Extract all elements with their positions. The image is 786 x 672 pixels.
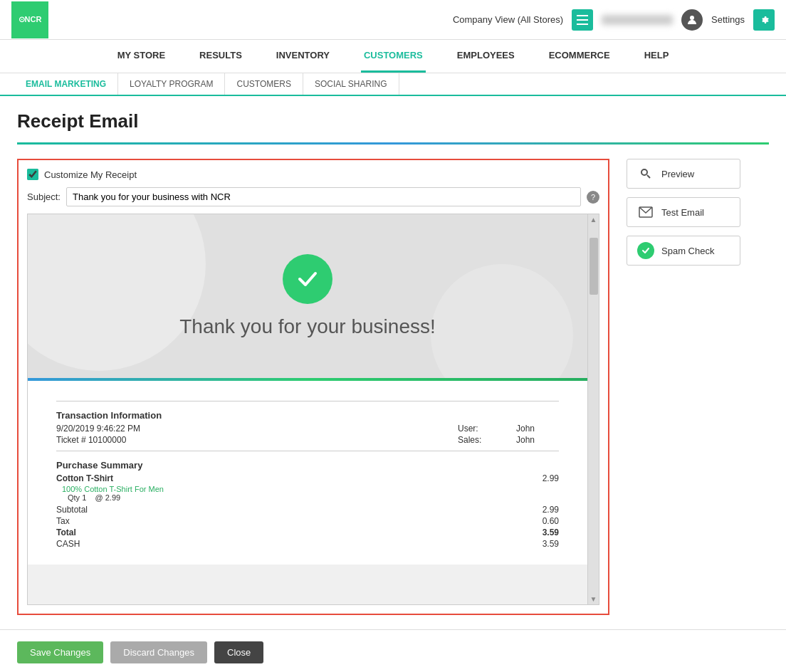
tax-value: 0.60	[543, 516, 559, 526]
total-label: Total	[56, 527, 76, 537]
ticket-row: Ticket # 10100000 Sales: John	[56, 435, 559, 445]
svg-rect-2	[577, 23, 588, 25]
check-icon	[637, 242, 654, 259]
transaction-date-row: 9/20/2019 9:46:22 PM User: John	[56, 424, 559, 434]
main-nav: MY STORE RESULTS INVENTORY CUSTOMERS EMP…	[0, 40, 786, 73]
email-preview-wrapper: Thank you for your business! Transaction…	[27, 214, 599, 605]
page-divider	[17, 142, 769, 145]
svg-rect-0	[577, 15, 588, 16]
transaction-title: Transaction Information	[56, 410, 559, 421]
svg-point-3	[690, 16, 694, 20]
svg-point-4	[641, 169, 647, 175]
left-panel: Customize My Receipt Subject: ?	[17, 159, 609, 615]
user-value: John	[516, 424, 559, 434]
discard-changes-button[interactable]: Discard Changes	[110, 641, 207, 663]
top-right: Company View (All Stores) Settings	[453, 9, 775, 31]
email-header-section: Thank you for your business!	[28, 214, 587, 378]
user-avatar	[681, 9, 703, 31]
spam-check-label: Spam Check	[661, 246, 714, 256]
company-view-label: Company View (All Stores)	[453, 14, 563, 25]
user-name-blurred	[602, 15, 673, 25]
test-email-button[interactable]: Test Email	[627, 197, 740, 227]
page-title: Receipt Email	[17, 110, 769, 132]
nav-results[interactable]: RESULTS	[197, 40, 245, 73]
cash-value: 3.59	[543, 539, 559, 549]
preview-label: Preview	[661, 169, 694, 179]
svg-rect-1	[577, 19, 588, 21]
page-content: Receipt Email Customize My Receipt Subje…	[0, 96, 786, 629]
subtotal-label: Subtotal	[56, 505, 88, 515]
nav-inventory[interactable]: INVENTORY	[273, 40, 332, 73]
item-qty: Qty 1 @ 2.99	[68, 493, 559, 502]
purchase-title: Purchase Summary	[56, 460, 559, 471]
top-bar: ⊙NCR Company View (All Stores) Settings	[0, 0, 786, 40]
customize-label: Customize My Receipt	[44, 169, 137, 180]
thank-you-text: Thank you for your business!	[179, 315, 436, 338]
nav-ecommerce[interactable]: ECOMMERCE	[546, 40, 613, 73]
item-price: 2.99	[543, 473, 559, 483]
item-name: Cotton T-Shirt	[56, 473, 113, 483]
total-value: 3.59	[543, 527, 559, 537]
email-preview[interactable]: Thank you for your business! Transaction…	[28, 214, 587, 604]
tax-label: Tax	[56, 516, 70, 526]
bottom-bar: Save Changes Discard Changes Close	[0, 629, 786, 672]
scroll-bar: ▲ ▼	[587, 214, 599, 604]
subnav-email-marketing[interactable]: EMAIL MARKETING	[14, 73, 118, 95]
scroll-thumb[interactable]	[590, 238, 598, 295]
nav-customers[interactable]: CUSTOMERS	[361, 40, 426, 73]
main-layout: Customize My Receipt Subject: ?	[17, 159, 769, 615]
preview-button[interactable]: Preview	[627, 159, 740, 189]
cash-row: CASH 3.59	[56, 539, 559, 549]
sub-nav: EMAIL MARKETING LOYALTY PROGRAM CUSTOMER…	[0, 73, 786, 96]
subnav-customers[interactable]: CUSTOMERS	[225, 73, 303, 95]
customize-checkbox[interactable]	[27, 169, 38, 180]
logo: ⊙NCR	[11, 1, 48, 38]
subnav-social-sharing[interactable]: SOCIAL SHARING	[303, 73, 399, 95]
subtotal-row: Subtotal 2.99	[56, 505, 559, 515]
subnav-loyalty-program[interactable]: LOYALTY PROGRAM	[118, 73, 225, 95]
store-icon-btn[interactable]	[572, 9, 593, 31]
nav-help[interactable]: HELP	[641, 40, 672, 73]
cash-label: CASH	[56, 539, 80, 549]
ticket-info: Ticket # 10100000	[56, 435, 456, 445]
check-circle-icon	[283, 254, 332, 304]
total-row: Total 3.59	[56, 527, 559, 537]
item-row: Cotton T-Shirt 2.99	[56, 473, 559, 483]
spam-check-button[interactable]: Spam Check	[627, 236, 740, 266]
subtotal-value: 2.99	[543, 505, 559, 515]
nav-my-store[interactable]: MY STORE	[115, 40, 168, 73]
scroll-up-arrow[interactable]: ▲	[590, 216, 597, 224]
settings-label: Settings	[711, 14, 745, 25]
scroll-down-arrow[interactable]: ▼	[590, 595, 597, 603]
email-icon	[637, 204, 654, 221]
sales-value: John	[516, 435, 559, 445]
user-label: User:	[458, 424, 515, 434]
close-button[interactable]: Close	[214, 641, 263, 663]
right-panel: Preview Test Email Spam Check	[627, 159, 769, 615]
customize-row: Customize My Receipt	[27, 169, 599, 180]
settings-gear-icon[interactable]	[753, 9, 775, 31]
nav-employees[interactable]: EMPLOYEES	[454, 40, 518, 73]
save-changes-button[interactable]: Save Changes	[17, 641, 103, 663]
subject-row: Subject: ?	[27, 187, 599, 206]
search-icon	[637, 165, 654, 182]
help-icon[interactable]: ?	[587, 191, 599, 204]
subject-input[interactable]	[66, 187, 581, 206]
subject-label: Subject:	[27, 191, 61, 202]
email-body: Transaction Information 9/20/2019 9:46:2…	[28, 381, 587, 565]
transaction-date: 9/20/2019 9:46:22 PM	[56, 424, 456, 434]
item-desc: 100% Cotton T-Shirt For Men	[62, 485, 559, 493]
sales-label: Sales:	[458, 435, 515, 445]
tax-row: Tax 0.60	[56, 516, 559, 526]
svg-line-5	[647, 175, 650, 178]
test-email-label: Test Email	[661, 207, 704, 218]
